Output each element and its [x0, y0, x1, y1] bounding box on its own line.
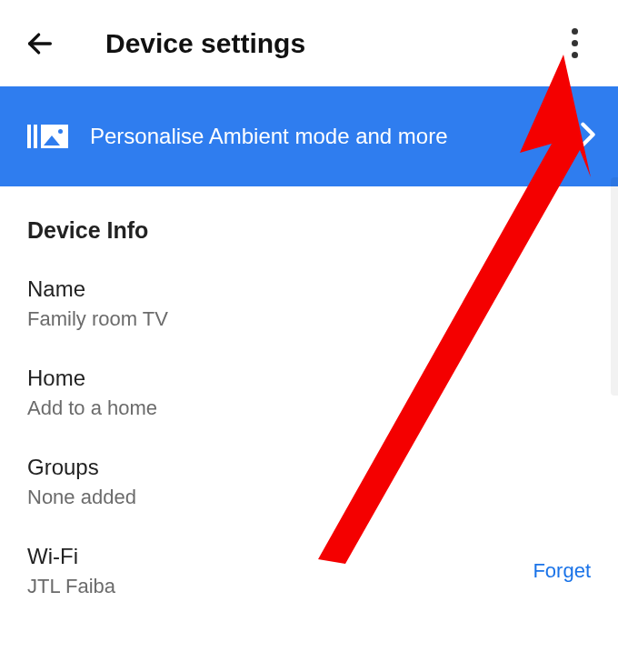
more-vert-icon	[572, 28, 578, 35]
row-label: Groups	[27, 455, 591, 480]
row-groups[interactable]: Groups None added	[0, 438, 618, 527]
ambient-mode-banner[interactable]: Personalise Ambient mode and more	[0, 86, 618, 186]
forget-wifi-button[interactable]: Forget	[533, 559, 591, 583]
row-wifi[interactable]: Wi-Fi JTL Faiba Forget	[0, 527, 618, 617]
row-value: Add to a home	[27, 396, 591, 420]
ambient-mode-icon	[27, 125, 68, 148]
row-label: Wi-Fi	[27, 544, 533, 569]
section-title-device-info: Device Info	[0, 186, 618, 260]
arrow-back-icon	[25, 28, 55, 59]
more-options-button[interactable]	[553, 22, 596, 65]
app-bar: Device settings	[0, 0, 618, 86]
row-label: Name	[27, 276, 591, 302]
chevron-right-icon	[580, 122, 596, 151]
row-name[interactable]: Name Family room TV	[0, 260, 618, 349]
page-title: Device settings	[105, 28, 305, 59]
row-home[interactable]: Home Add to a home	[0, 349, 618, 438]
scrollbar[interactable]	[611, 177, 618, 396]
ambient-mode-label: Personalise Ambient mode and more	[90, 124, 448, 149]
row-value: Family room TV	[27, 307, 591, 331]
row-value: JTL Faiba	[27, 575, 533, 598]
row-label: Home	[27, 366, 591, 391]
row-value: None added	[27, 486, 591, 509]
back-button[interactable]	[18, 22, 62, 65]
